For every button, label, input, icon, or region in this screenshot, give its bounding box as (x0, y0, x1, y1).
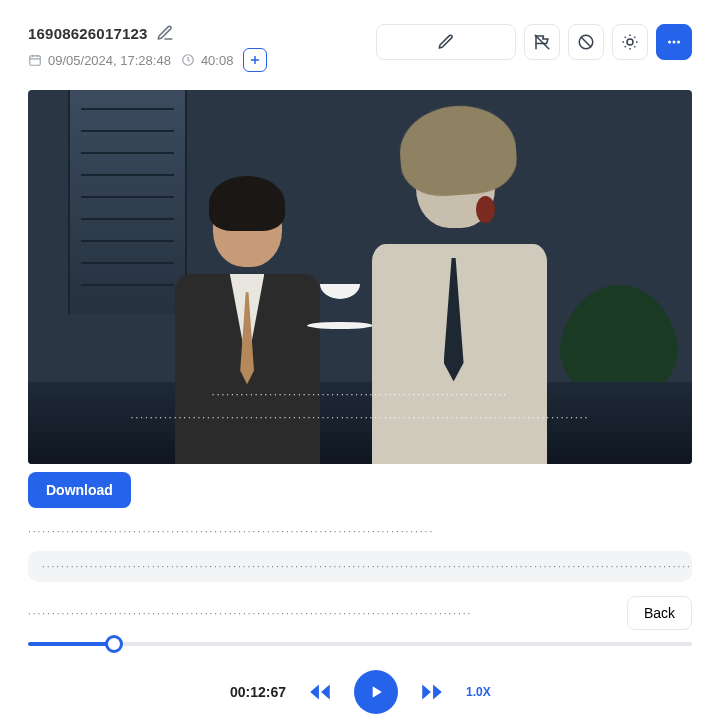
scene-illustration (28, 90, 692, 464)
duration-text: 40:08 (201, 53, 234, 68)
transcript-highlight: ········································… (28, 551, 692, 582)
transcript-line-1: ········································… (28, 526, 692, 537)
more-button[interactable] (656, 24, 692, 60)
progress-slider[interactable] (28, 636, 692, 652)
edit-title-icon[interactable] (156, 24, 174, 42)
add-button[interactable] (243, 48, 267, 72)
back-button[interactable]: Back (627, 596, 692, 630)
flag-off-button[interactable] (524, 24, 560, 60)
svg-point-5 (673, 41, 676, 44)
title-input[interactable] (376, 24, 516, 60)
svg-rect-0 (30, 56, 41, 65)
svg-point-4 (668, 41, 671, 44)
current-time: 00:12:67 (214, 684, 286, 700)
playback-speed[interactable]: 1.0X (466, 685, 506, 699)
download-button[interactable]: Download (28, 472, 131, 508)
transcript-line-3: ········································… (28, 608, 472, 619)
disable-button[interactable] (568, 24, 604, 60)
calendar-icon (28, 53, 42, 67)
brightness-button[interactable] (612, 24, 648, 60)
svg-point-6 (677, 41, 680, 44)
rewind-button[interactable] (304, 676, 336, 708)
video-preview[interactable]: ········································… (28, 90, 692, 464)
play-button[interactable] (354, 670, 398, 714)
clock-icon (181, 53, 195, 67)
progress-thumb[interactable] (105, 635, 123, 653)
pencil-icon (437, 33, 455, 51)
date-meta: 09/05/2024, 17:28:48 (28, 53, 171, 68)
svg-point-3 (627, 39, 633, 45)
date-text: 09/05/2024, 17:28:48 (48, 53, 171, 68)
duration-meta: 40:08 (181, 53, 234, 68)
forward-button[interactable] (416, 676, 448, 708)
recording-id: 16908626017123 (28, 25, 148, 42)
